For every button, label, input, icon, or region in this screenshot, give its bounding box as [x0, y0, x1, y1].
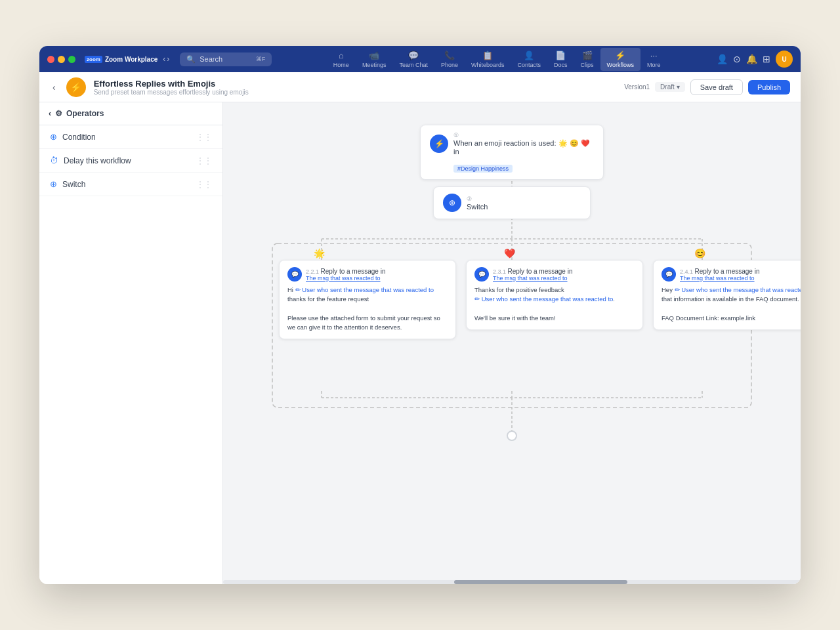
sidebar-item-condition[interactable]: ⊕ Condition ⋮⋮: [39, 125, 222, 149]
save-draft-button[interactable]: Save draft: [690, 79, 743, 95]
condition-icon: ⊕: [50, 132, 57, 142]
draft-label: Draft: [660, 83, 675, 91]
draft-chevron-icon: ▾: [677, 83, 680, 91]
reply-card-1-header: 💬 2.2.1 Reply to a message in The msg th…: [287, 267, 448, 282]
trigger-node[interactable]: ⚡ ① When an emoji reaction is used: 🌟 😊 …: [420, 125, 604, 180]
meetings-icon: 📹: [369, 51, 379, 60]
trigger-title: When an emoji reaction is used: 🌟 😊 ❤️ i…: [453, 139, 594, 156]
home-icon: ⌂: [339, 51, 344, 60]
tab-workflows-label: Workflows: [607, 62, 634, 68]
zoom-brand: zoom Zoom Workplace: [85, 56, 158, 63]
horizontal-scrollbar[interactable]: [223, 580, 801, 584]
sidebar-item-delay[interactable]: ⏱ Delay this workflow ⋮⋮: [39, 149, 222, 173]
nav-right: 👤 ⊙ 🔔 ⊞ U: [717, 51, 793, 68]
reply-card-3-link[interactable]: The msg that was reacted to: [680, 275, 759, 282]
sidebar-item-left-switch: ⊕ Switch: [50, 179, 85, 189]
delay-icon: ⏱: [50, 156, 58, 165]
tab-contacts[interactable]: 👤 Contacts: [511, 48, 548, 71]
version-label: Version1: [624, 83, 650, 91]
whiteboards-icon: 📋: [482, 51, 493, 60]
sidebar-item-switch[interactable]: ⊕ Switch ⋮⋮: [39, 173, 222, 196]
reply-card-1-step: 2.2.1 Reply to a message in: [306, 268, 385, 275]
close-button[interactable]: [47, 56, 54, 63]
tab-meetings-label: Meetings: [362, 62, 387, 68]
operators-label: Operators: [66, 109, 104, 118]
reply-card-2[interactable]: 💬 2.3.1 Reply to a message in The msg th…: [466, 260, 643, 330]
back-arrow-icon[interactable]: ‹: [163, 54, 165, 64]
tab-clips[interactable]: 🎬 Clips: [574, 48, 600, 71]
nav-tabs: ⌂ Home 📹 Meetings 💬 Team Chat 📞 Phone 📋 …: [282, 48, 711, 71]
sidebar-item-left-condition: ⊕ Condition: [50, 132, 96, 142]
switch-title: Switch: [467, 203, 488, 211]
back-button[interactable]: ‹: [50, 79, 58, 95]
clips-icon: 🎬: [582, 51, 593, 60]
reply-card-1-link[interactable]: The msg that was reacted to: [306, 275, 385, 282]
tab-home-label: Home: [333, 62, 349, 68]
tab-docs-label: Docs: [554, 62, 568, 68]
nav-arrows[interactable]: ‹ ›: [163, 54, 169, 64]
switch-node-icon: ⊕: [443, 194, 461, 212]
workflow-title: Effortless Replies with Emojis: [94, 79, 617, 89]
tab-phone-label: Phone: [441, 62, 458, 68]
tab-contacts-label: Contacts: [518, 62, 541, 68]
sub-header: ‹ ⚡ Effortless Replies with Emojis Send …: [39, 72, 801, 102]
scrollbar-thumb[interactable]: [454, 580, 627, 584]
switch-step: ②: [467, 196, 488, 202]
tab-more-label: More: [647, 62, 661, 68]
workflow-subtitle: Send preset team messages effortlessly u…: [94, 89, 617, 96]
sidebar-collapse-icon[interactable]: ‹: [49, 109, 51, 118]
drag-handle-delay[interactable]: ⋮⋮: [196, 156, 212, 165]
reply-card-3-body: Hey ✏ User who sent the message that was…: [662, 285, 801, 323]
drag-handle-condition[interactable]: ⋮⋮: [196, 133, 212, 142]
reply-card-1-body: Hi ✏ User who sent the message that was …: [287, 285, 448, 332]
reply-card-3-icon: 💬: [662, 267, 676, 282]
operators-icon: ⚙: [55, 109, 62, 118]
canvas: ⚡ ① When an emoji reaction is used: 🌟 😊 …: [223, 102, 801, 584]
end-node: [507, 430, 517, 441]
branch3-body2: FAQ Document Link: example.link: [662, 314, 801, 323]
draft-badge[interactable]: Draft ▾: [655, 82, 685, 92]
trigger-step: ①: [453, 132, 594, 138]
tab-whiteboards[interactable]: 📋 Whiteboards: [465, 48, 511, 71]
switch-node[interactable]: ⊕ ② Switch: [433, 186, 591, 219]
main-layout: ‹ ⚙ Operators ⊕ Condition ⋮⋮ ⏱ Delay thi…: [39, 102, 801, 584]
sidebar: ‹ ⚙ Operators ⊕ Condition ⋮⋮ ⏱ Delay thi…: [39, 102, 223, 584]
tab-workflows[interactable]: ⚡ Workflows: [600, 48, 640, 71]
switch-label: Switch: [62, 180, 85, 189]
avatar[interactable]: U: [776, 51, 793, 68]
branch2-body3: We'll be sure it with the team!: [474, 314, 635, 323]
maximize-button[interactable]: [68, 56, 75, 63]
tab-more[interactable]: ··· More: [640, 48, 667, 71]
reply-card-1[interactable]: 💬 2.2.1 Reply to a message in The msg th…: [279, 260, 456, 339]
minimize-button[interactable]: [58, 56, 65, 63]
branch2-body1: Thanks for the positive feedback: [474, 285, 635, 295]
title-bar: zoom Zoom Workplace ‹ › 🔍 Search ⌘F ⌂ Ho…: [39, 46, 801, 72]
reply-card-2-header: 💬 2.3.1 Reply to a message in The msg th…: [474, 267, 635, 282]
app-window: zoom Zoom Workplace ‹ › 🔍 Search ⌘F ⌂ Ho…: [39, 46, 801, 584]
sidebar-item-left-delay: ⏱ Delay this workflow: [50, 156, 131, 165]
switch-icon: ⊕: [50, 179, 57, 189]
settings-icon[interactable]: ⊙: [733, 54, 741, 64]
trigger-content: ① When an emoji reaction is used: 🌟 😊 ❤️…: [453, 132, 594, 156]
drag-handle-switch[interactable]: ⋮⋮: [196, 180, 212, 189]
sub-header-right: Version1 Draft ▾ Save draft Publish: [624, 79, 790, 95]
canvas-inner[interactable]: ⚡ ① When an emoji reaction is used: 🌟 😊 …: [223, 102, 801, 584]
trigger-tag: #Design Happiness: [453, 165, 513, 173]
reply-card-3[interactable]: 💬 2.4.1 Reply to a message in The msg th…: [653, 260, 801, 330]
search-icon: 🔍: [186, 55, 196, 64]
tab-meetings[interactable]: 📹 Meetings: [356, 48, 393, 71]
publish-button[interactable]: Publish: [748, 80, 790, 94]
reply-card-2-link[interactable]: The msg that was reacted to: [493, 275, 572, 282]
tab-phone[interactable]: 📞 Phone: [434, 48, 465, 71]
reply-card-3-title: Reply to a message in: [695, 268, 760, 275]
search-bar[interactable]: 🔍 Search ⌘F: [180, 52, 272, 66]
emoji-branch2: ❤️: [504, 248, 515, 259]
tab-teamchat[interactable]: 💬 Team Chat: [392, 48, 434, 71]
forward-arrow-icon[interactable]: ›: [167, 54, 169, 64]
reply-card-2-body: Thanks for the positive feedback ✏ User …: [474, 285, 635, 323]
tab-docs[interactable]: 📄 Docs: [547, 48, 574, 71]
notification-icon[interactable]: 🔔: [746, 54, 757, 64]
tab-home[interactable]: ⌂ Home: [327, 48, 356, 71]
user-icon[interactable]: 👤: [717, 54, 728, 64]
apps-icon[interactable]: ⊞: [763, 54, 770, 64]
